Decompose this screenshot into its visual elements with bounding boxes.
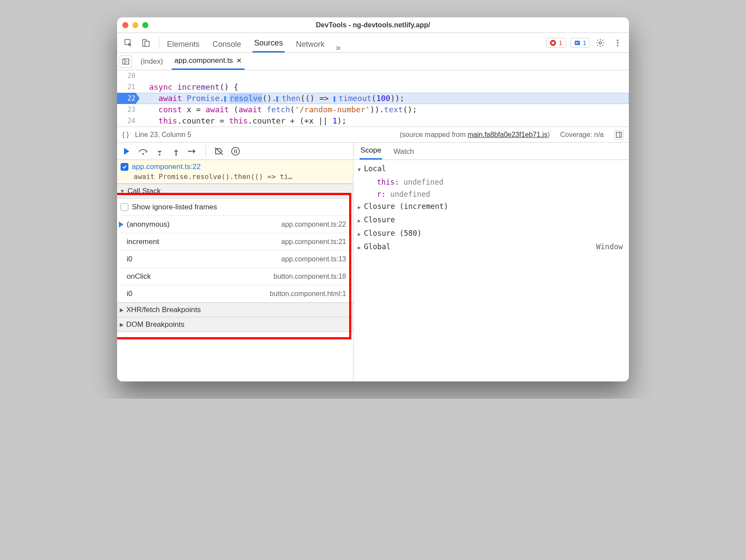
line-21: async increment() { <box>140 81 629 93</box>
debugger-left-pane: app.component.ts:22 await Promise.resolv… <box>117 143 353 381</box>
source-tab-active-label: app.component.ts <box>174 56 233 65</box>
code-editor[interactable]: 20 21 async increment() { 22 await Promi… <box>117 70 629 127</box>
chevron-right-icon[interactable]: ▶ <box>358 242 364 254</box>
source-map-link[interactable]: main.fa8bfa0e23f1eb71.js <box>468 131 547 138</box>
gutter-24[interactable]: 24 <box>117 115 140 127</box>
window-title: DevTools - ng-devtools.netlify.app/ <box>117 21 629 29</box>
step-over-button[interactable] <box>137 145 149 157</box>
deactivate-breakpoints-button[interactable] <box>213 145 225 157</box>
global-value: Window <box>596 241 629 254</box>
more-tabs-chevron-icon[interactable]: » <box>336 42 340 52</box>
sidebar-toggle-icon[interactable] <box>614 130 624 140</box>
chevron-right-icon: ▶ <box>120 307 124 313</box>
paused-message: app.component.ts:22 await Promise.resolv… <box>117 160 353 184</box>
svg-rect-18 <box>234 150 235 153</box>
source-tab-index[interactable]: (index) <box>138 54 166 69</box>
debug-controls <box>117 143 353 160</box>
svg-point-16 <box>188 150 190 152</box>
tab-scope[interactable]: Scope <box>360 143 382 160</box>
show-ignored-label: Show ignore-listed frames <box>132 203 217 212</box>
show-ignored-frames-row[interactable]: Show ignore-listed frames <box>117 199 353 216</box>
svg-point-8 <box>617 39 618 41</box>
coverage-info: Coverage: n/a <box>560 131 604 139</box>
chevron-right-icon[interactable]: ▶ <box>358 228 364 241</box>
inspect-element-icon[interactable] <box>121 36 135 50</box>
step-marker-icon <box>334 96 338 102</box>
chevron-right-icon[interactable]: ▶ <box>358 215 364 227</box>
close-tab-icon[interactable]: ✕ <box>236 57 242 65</box>
gutter-23[interactable]: 23 <box>117 104 140 115</box>
source-tab-app-component[interactable]: app.component.ts ✕ <box>172 53 245 70</box>
step-out-button[interactable] <box>170 145 182 157</box>
step-button[interactable] <box>186 145 199 157</box>
chevron-down-icon[interactable]: ▼ <box>358 164 364 176</box>
gutter-20[interactable]: 20 <box>117 70 140 81</box>
stack-frame-anonymous[interactable]: (anonymous) app.component.ts:22 <box>117 216 353 233</box>
tab-watch[interactable]: Watch <box>393 144 415 160</box>
tab-elements[interactable]: Elements <box>165 36 201 52</box>
issues-count: 1 <box>583 39 586 46</box>
call-stack-title: Call Stack <box>128 187 161 195</box>
svg-point-13 <box>142 153 144 155</box>
source-tab-index-label: (index) <box>141 57 163 66</box>
svg-point-9 <box>617 42 618 44</box>
dom-breakpoints-header[interactable]: ▶ DOM Breakpoints <box>117 317 353 332</box>
chevron-right-icon[interactable]: ▶ <box>358 202 364 214</box>
navigator-toggle-icon[interactable] <box>120 55 132 68</box>
xhr-breakpoints-header[interactable]: ▶ XHR/fetch Breakpoints <box>117 303 353 317</box>
call-stack-header[interactable]: ▼ Call Stack <box>117 184 353 199</box>
svg-rect-19 <box>236 150 237 153</box>
svg-rect-4 <box>575 41 580 45</box>
svg-rect-6 <box>576 43 578 44</box>
chevron-down-icon: ▼ <box>120 188 125 194</box>
stack-frame-increment[interactable]: increment app.component.ts:21 <box>117 233 353 251</box>
scope-tree[interactable]: ▼Local this: undefined r: undefined ▶Clo… <box>353 160 629 254</box>
paused-code-snippet: await Promise.resolve().then(() => ti <box>134 173 288 181</box>
format-braces-icon[interactable]: { } <box>122 131 129 139</box>
tab-sources[interactable]: Sources <box>252 34 285 52</box>
gutter-21[interactable]: 21 <box>117 81 140 93</box>
step-marker-icon <box>276 96 281 102</box>
line-20 <box>140 70 629 81</box>
editor-status-bar: { } Line 23, Column 5 (source mapped fro… <box>117 127 629 143</box>
debugger-right-pane: Scope Watch ▼Local this: undefined r: un… <box>353 143 629 381</box>
settings-icon[interactable] <box>593 36 607 50</box>
tab-console[interactable]: Console <box>211 36 243 52</box>
cursor-position: Line 23, Column 5 <box>135 131 191 139</box>
tab-network[interactable]: Network <box>294 36 326 52</box>
breakpoint-checkbox-icon[interactable] <box>121 163 128 171</box>
svg-rect-11 <box>123 59 129 64</box>
svg-point-14 <box>159 154 160 156</box>
svg-rect-12 <box>616 132 622 137</box>
svg-rect-2 <box>145 41 149 46</box>
error-counter[interactable]: 1 <box>546 38 566 48</box>
paused-location-link[interactable]: app.component.ts:22 <box>132 163 201 171</box>
stack-frame-onclick[interactable]: onClick button.component.ts:18 <box>117 268 353 285</box>
svg-rect-5 <box>576 42 579 43</box>
pause-on-exceptions-button[interactable] <box>229 145 242 157</box>
svg-point-7 <box>599 42 602 44</box>
kebab-menu-icon[interactable] <box>611 36 625 50</box>
step-into-button[interactable] <box>154 145 166 157</box>
stack-frame-i0-html[interactable]: i0 button.component.html:1 <box>117 285 353 303</box>
line-24: this.counter = this.counter + (+x || 1); <box>140 115 629 127</box>
checkbox-unchecked-icon[interactable] <box>121 203 128 211</box>
source-tab-bar: (index) app.component.ts ✕ <box>117 53 629 70</box>
line-23: const x = await (await fetch('/random-nu… <box>140 104 629 115</box>
svg-point-17 <box>232 147 239 155</box>
line-22: await Promise.resolve().then(() => timeo… <box>140 93 629 104</box>
step-marker-icon <box>224 96 229 102</box>
resume-button[interactable] <box>121 145 133 157</box>
title-bar: DevTools - ng-devtools.netlify.app/ <box>117 17 629 33</box>
svg-point-15 <box>175 154 177 156</box>
scope-watch-tabs: Scope Watch <box>353 143 629 160</box>
device-toolbar-icon[interactable] <box>139 36 153 50</box>
stack-frame-i0-app[interactable]: i0 app.component.ts:13 <box>117 251 353 268</box>
chevron-right-icon: ▶ <box>120 322 124 328</box>
gutter-22-current[interactable]: 22 <box>117 93 140 104</box>
issues-counter[interactable]: 1 <box>570 38 590 48</box>
source-map-info: (source mapped from main.fa8bfa0e23f1eb7… <box>400 131 550 139</box>
devtools-window: DevTools - ng-devtools.netlify.app/ Elem… <box>117 17 629 381</box>
main-toolbar: Elements Console Sources Network » 1 1 <box>117 33 629 53</box>
error-count: 1 <box>559 39 562 46</box>
